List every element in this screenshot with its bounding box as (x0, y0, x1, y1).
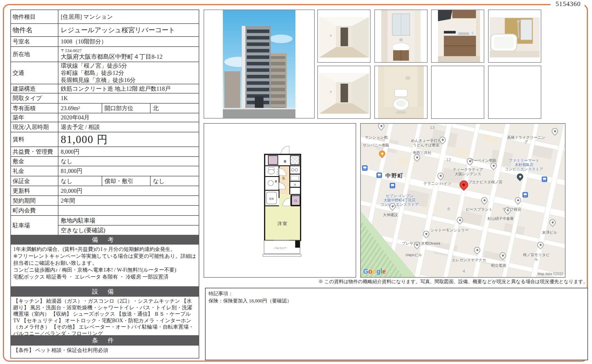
row-label: 更新料 (11, 186, 58, 195)
address: 大阪府大阪市都島区中野町４丁目8-12 (61, 53, 163, 60)
postal-code: 〒534-0027 (61, 48, 82, 53)
row-label: 保証金 (11, 176, 58, 186)
map-block-number: 13 (430, 125, 435, 129)
table-row: 礼金 81,000円 (11, 166, 199, 176)
map-place-label: ライフ桜宮 (502, 207, 521, 211)
map-place-label: エレガンスヤマナカ (452, 258, 486, 262)
special-notes-box: 特記事項： 保険：保険要加入 18,000円（要確認） (205, 288, 588, 360)
table-row: 交通 環状線「桜ノ宮」徒歩5分 谷町線「都島」徒歩12分 長堀鶴見線「京橋」徒歩… (11, 62, 199, 84)
map-store-label: ファミリーマート 木村都島店 コンビニエンスストア (505, 158, 543, 171)
property-flyer-page: { "page": { "doc_number": "5154360" }, "… (0, 0, 592, 364)
station-icon (522, 192, 528, 197)
row-label: 建築構造 (11, 84, 58, 93)
photo-hallway (317, 9, 371, 63)
map-block-number: 12 (446, 157, 451, 162)
conditions-text: 【条件】 ペット相談・保証会社利用必須 (11, 345, 199, 358)
table-row: 駐車場 敷地内駐車場 空きなし(要確認) (11, 215, 199, 235)
parking-line: 空きなし(要確認) (58, 225, 199, 235)
row-value: 鉄筋コンクリート造 地上12階 総戸数118戸 (58, 84, 199, 93)
map-place-label: 桜ノ宮モリタビル (522, 253, 551, 261)
row-value: 1008（10階部分） (58, 37, 199, 46)
kitchen-image (438, 10, 480, 62)
photo-toilet (374, 66, 428, 119)
row-label: 所在地 (11, 47, 58, 62)
map-place-label: テラニシ ハイツ (424, 181, 451, 186)
plan-label-closet: CL (294, 199, 297, 202)
row-value: 2年間 (58, 196, 199, 205)
row-label: 物件名 (11, 24, 58, 36)
row-label: 現況/入居時期 (11, 122, 58, 132)
map-block-number: 8 (447, 207, 450, 211)
google-logo-letter: o (368, 268, 372, 275)
photo-kitchen (431, 9, 484, 63)
hallway-image (319, 17, 369, 58)
plan-label-kitchen: K (282, 176, 285, 180)
row-value: 退去予定 / 相談 (58, 122, 199, 132)
facilities-text: 【キッチン】 給湯器（ガス）・ガスコンロ（2口）・システムキッチン 【水廻り】 … (11, 296, 199, 335)
map-place-label: 杉山硝子中倉庫 (487, 216, 514, 221)
map-place-label: めんきょー手打ち うどんそば教室 (411, 138, 441, 147)
special-notes-body: 保険：保険要加入 18,000円（要確認） (208, 297, 585, 304)
google-logo-letter: g (376, 268, 380, 275)
row-label: 号室名 (11, 37, 58, 46)
map-place-label: 大伸建設 (383, 213, 398, 217)
row-label: 築年 (11, 113, 58, 122)
row-label: 敷金 (11, 157, 58, 166)
table-row: 建築構造 鉄筋コンクリート造 地上12階 総戸数118戸 (11, 84, 199, 93)
facilities-header: 設 備 (11, 286, 199, 296)
map-place-label: 末澤ビル (542, 230, 557, 235)
map-place-label: ティークラティア 大阪レジデンス (453, 167, 483, 176)
special-notes-title: 特記事項： (208, 290, 585, 297)
map-station-label: 中野町 (385, 174, 403, 178)
disclaimer-note: ※ この資料は物件の概略紹介資料になります。写真、間取図面、設備、概要などが現況… (205, 279, 588, 285)
address-cell: 〒534-0027 大阪府大阪市都島区中野町４丁目8-12 (58, 47, 199, 62)
map-place-label: シャトーモンシェリー (430, 228, 468, 232)
row-label: 物件種目 (11, 10, 58, 23)
table-row: 賃料 81,000 円 (11, 132, 199, 146)
row-label: 駐車場 (11, 216, 58, 235)
row-label: 開口部方位 (102, 104, 151, 113)
transport-cell: 環状線「桜ノ宮」徒歩5分 谷町線「都島」徒歩12分 長堀鶴見線「京橋」徒歩16分 (58, 62, 199, 84)
washbasin-image (381, 10, 421, 62)
map-store-label: セブン-イレブン 大阪中野町4丁目店 コンビニエンスストア (380, 194, 419, 207)
plan-label-room: 洋室 (278, 221, 288, 226)
google-logo-letter: e (382, 268, 386, 275)
row-value: なし (58, 157, 199, 166)
bathroom-image (490, 17, 540, 57)
map-place-label: サンパニー都島 (363, 143, 389, 147)
transport-line: 長堀鶴見線「京橋」徒歩16分 (61, 77, 136, 84)
area-value: 23.69m² (58, 104, 102, 113)
map-place-label: ブエナビスタ桜ノ宮 (468, 180, 502, 184)
location-map: 13 マンション都 サンパニー都島 めんきょー手打ち うどんそば教室 高橋ドライ… (360, 123, 566, 278)
row-label: 間取タイプ (11, 94, 58, 103)
property-name: レジュールアッシュ桜宮リバーコート (58, 24, 199, 36)
row-value: 2020年04月 (58, 113, 199, 122)
map-place-label: 高橋ドライクリーニング (507, 135, 546, 144)
google-logo: Google (363, 268, 386, 275)
building-exterior-image (223, 10, 295, 118)
floor-plan-box: 玄関 トイレ 洗面 浴室 K 冷 CL 洋室 バルコニー (204, 123, 356, 278)
row-value: 20,000円 (58, 186, 199, 195)
map-place-label: 昭立電測 (491, 263, 506, 268)
table-row: 保証金 なし 償却・敷引 なし (11, 176, 199, 186)
station-icon (542, 177, 547, 182)
plan-label-fridge: 冷 (294, 183, 296, 186)
photo-empty (488, 66, 541, 119)
row-label: 償却・敷引 (102, 176, 151, 186)
toilet-image (378, 66, 424, 118)
row-value: 81,000円 (58, 166, 199, 176)
photo-bathroom (488, 9, 541, 63)
table-row: 築年 2020年04月 (11, 113, 199, 122)
map-place-label: プレサンス水都Okawa (402, 241, 440, 245)
row-value (58, 206, 199, 215)
map-place-label: マンション都 (365, 135, 388, 140)
table-row: 号室名 1008（10階部分） (11, 36, 199, 46)
plan-label-bath: 浴室 (269, 197, 274, 200)
google-logo-letter: o (372, 268, 376, 275)
map-place-label: アーベイン都島 (470, 158, 496, 163)
row-label: 礼金 (11, 166, 58, 176)
google-logo-letter: G (363, 268, 368, 275)
table-row: 専有面積 23.69m² 開口部方位 北 (11, 103, 199, 113)
plan-label-balcony: バルコニー (274, 247, 287, 249)
photo-empty (431, 66, 484, 119)
